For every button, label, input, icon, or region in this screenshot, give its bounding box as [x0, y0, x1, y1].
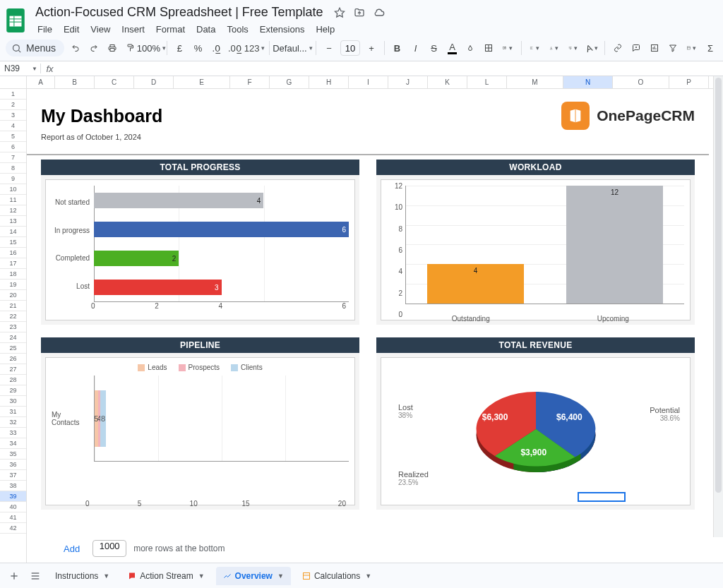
row-header[interactable]: 5: [0, 131, 26, 142]
tab-action-stream[interactable]: Action Stream▼: [121, 567, 211, 585]
fill-color-icon[interactable]: [463, 40, 477, 56]
menu-format[interactable]: Format: [151, 22, 190, 37]
menu-extensions[interactable]: Extensions: [255, 22, 310, 37]
row-header[interactable]: 29: [0, 385, 26, 396]
row-header[interactable]: 30: [0, 396, 26, 407]
row-header[interactable]: 34: [0, 438, 26, 449]
insert-comment-icon[interactable]: [629, 40, 643, 56]
insert-chart-icon[interactable]: [647, 40, 662, 56]
row-header[interactable]: 3: [0, 110, 26, 121]
menu-insert[interactable]: Insert: [116, 22, 150, 37]
row-header[interactable]: 6: [0, 142, 26, 152]
col-header[interactable]: G: [270, 76, 309, 88]
col-header[interactable]: A: [27, 76, 55, 88]
font-family-dropdown[interactable]: Defaul...: [275, 40, 310, 56]
rotate-text-icon[interactable]: A: [585, 40, 599, 56]
sheets-logo-icon[interactable]: [6, 8, 25, 33]
insert-link-icon[interactable]: [611, 40, 625, 56]
row-header[interactable]: 33: [0, 428, 26, 438]
row-header[interactable]: 17: [0, 258, 26, 269]
borders-icon[interactable]: [482, 40, 496, 56]
col-header[interactable]: D: [134, 76, 174, 88]
menu-help[interactable]: Help: [311, 22, 340, 37]
row-header[interactable]: 10: [0, 184, 26, 195]
row-header[interactable]: 26: [0, 354, 26, 364]
wrap-icon[interactable]: [566, 40, 580, 56]
row-header[interactable]: 8: [0, 163, 26, 174]
row-header[interactable]: 32: [0, 417, 26, 428]
col-header[interactable]: H: [309, 76, 349, 88]
increase-decimal-icon[interactable]: .00̲: [227, 40, 241, 56]
menu-search[interactable]: Menus: [6, 40, 64, 56]
number-format-dropdown[interactable]: 123: [246, 40, 263, 56]
row-header[interactable]: 7: [0, 152, 26, 163]
row-header[interactable]: 36: [0, 460, 26, 470]
row-header[interactable]: 11: [0, 195, 26, 205]
col-header[interactable]: F: [230, 76, 270, 88]
col-header[interactable]: J: [388, 76, 428, 88]
row-header[interactable]: 24: [0, 332, 26, 343]
row-header[interactable]: 28: [0, 375, 26, 385]
col-header[interactable]: E: [174, 76, 230, 88]
row-header[interactable]: 16: [0, 248, 26, 258]
row-header[interactable]: 42: [0, 523, 26, 534]
merge-cells-icon[interactable]: [500, 40, 515, 56]
row-header[interactable]: 21: [0, 301, 26, 311]
font-size-input[interactable]: 10: [340, 40, 360, 56]
select-all-corner[interactable]: [0, 76, 27, 88]
vertical-scrollbar[interactable]: [713, 76, 723, 537]
all-sheets-icon[interactable]: [27, 568, 44, 584]
row-header[interactable]: 23: [0, 322, 26, 332]
valign-icon[interactable]: [546, 40, 561, 56]
row-header[interactable]: 20: [0, 290, 26, 301]
add-sheet-icon[interactable]: [6, 568, 23, 584]
row-header[interactable]: 2: [0, 100, 26, 110]
row-header[interactable]: 4: [0, 121, 26, 131]
row-header[interactable]: 15: [0, 237, 26, 248]
text-color-icon[interactable]: A: [445, 40, 459, 56]
font-size-decrease-icon[interactable]: −: [322, 40, 336, 56]
row-header[interactable]: 18: [0, 269, 26, 280]
bold-icon[interactable]: B: [390, 40, 404, 56]
name-box[interactable]: N39 ▼: [0, 64, 41, 73]
col-header[interactable]: B: [55, 76, 95, 88]
menu-edit[interactable]: Edit: [59, 22, 84, 37]
row-header[interactable]: 41: [0, 512, 26, 523]
row-header[interactable]: 25: [0, 343, 26, 354]
row-header[interactable]: 31: [0, 407, 26, 417]
col-header[interactable]: L: [467, 76, 507, 88]
filter-views-icon[interactable]: [684, 40, 699, 56]
col-header[interactable]: M: [507, 76, 563, 88]
menu-tools[interactable]: Tools: [222, 22, 253, 37]
row-header[interactable]: 19: [0, 280, 26, 290]
col-header[interactable]: I: [349, 76, 388, 88]
sheet-canvas[interactable]: My Dashboard OnePageCRM Report as of Oct…: [27, 89, 723, 563]
cloud-saved-icon[interactable]: [373, 6, 386, 19]
menu-file[interactable]: File: [32, 22, 57, 37]
row-header[interactable]: 1: [0, 89, 26, 100]
tab-instructions[interactable]: Instructions▼: [48, 567, 116, 585]
row-header[interactable]: 14: [0, 227, 26, 237]
row-header[interactable]: 27: [0, 364, 26, 375]
col-header[interactable]: P: [669, 76, 709, 88]
decrease-decimal-icon[interactable]: .0̲: [209, 40, 223, 56]
font-size-increase-icon[interactable]: +: [364, 40, 378, 56]
zoom-dropdown[interactable]: 100%: [142, 40, 161, 56]
add-rows-input[interactable]: 1000: [92, 540, 126, 557]
row-header[interactable]: 22: [0, 311, 26, 322]
row-header[interactable]: 40: [0, 502, 26, 512]
tab-overview[interactable]: Overview▼: [216, 567, 291, 585]
row-header[interactable]: 38: [0, 481, 26, 491]
add-rows-button[interactable]: Add: [58, 541, 85, 557]
italic-icon[interactable]: I: [408, 40, 422, 56]
col-header[interactable]: O: [613, 76, 669, 88]
redo-icon[interactable]: [87, 40, 101, 56]
row-header[interactable]: 35: [0, 449, 26, 460]
row-header[interactable]: 39: [0, 491, 26, 502]
print-icon[interactable]: [105, 40, 119, 56]
tab-calculations[interactable]: Calculations▼: [295, 567, 378, 585]
col-header[interactable]: C: [95, 76, 134, 88]
row-header[interactable]: 12: [0, 205, 26, 216]
col-header[interactable]: K: [428, 76, 467, 88]
percent-icon[interactable]: %: [191, 40, 205, 56]
